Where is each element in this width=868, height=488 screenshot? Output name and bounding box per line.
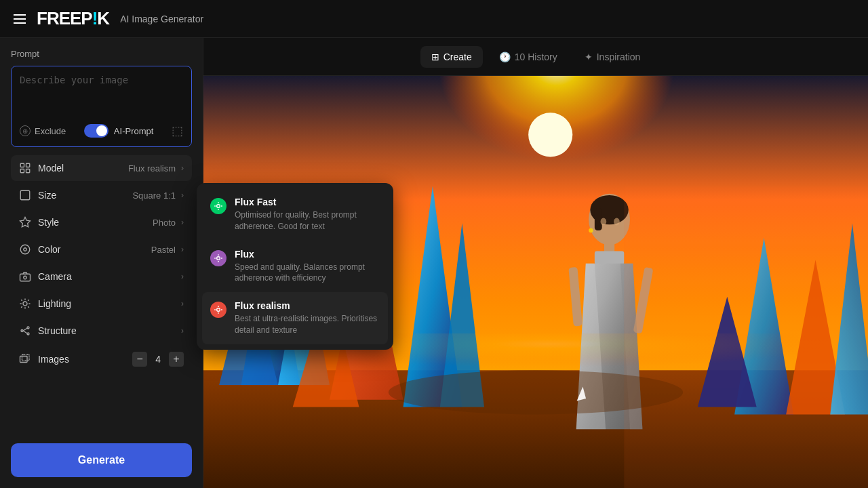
flux-content: Flux Speed and quality. Balances prompt … [235, 249, 380, 285]
camera-setting-row[interactable]: Camera › [11, 264, 192, 289]
svg-rect-25 [22, 354, 30, 361]
size-setting-left: Size [19, 189, 56, 201]
style-value: Photo [153, 218, 176, 228]
color-value-group: Pastel › [151, 245, 184, 255]
model-setting-row[interactable]: Model Flux realism › [11, 155, 192, 181]
color-setting-left: Color [19, 243, 60, 256]
flux-fast-title: Flux Fast [235, 197, 380, 207]
svg-point-28 [528, 113, 572, 157]
svg-line-18 [28, 300, 29, 301]
logo: FREEP!K [37, 8, 109, 29]
images-count: 4 [155, 354, 161, 365]
history-tab-label: 10 History [515, 52, 557, 62]
prompt-label: Prompt [11, 49, 192, 59]
dropdown-item-flux-realism[interactable]: Flux realism Best at ultra-realistic ima… [202, 292, 388, 344]
color-icon [19, 243, 31, 256]
generate-button[interactable]: Generate [11, 443, 192, 477]
lighting-value-group: › [181, 299, 184, 308]
flux-realism-desc: Best at ultra-realistic images. Prioriti… [235, 313, 380, 336]
svg-point-49 [601, 218, 607, 226]
hamburger-menu[interactable] [14, 14, 26, 24]
tab-create[interactable]: ⊞ Create [420, 46, 483, 68]
dropdown-item-flux[interactable]: Flux Speed and quality. Balances prompt … [202, 241, 388, 293]
prompt-actions: ⊕ Exclude AI-Prompt ⬚ [20, 123, 183, 138]
settings-list: Model Flux realism › Size Square 1:1 › [11, 155, 192, 435]
model-value-group: Flux realism › [128, 163, 184, 174]
camera-name: Camera [38, 271, 72, 282]
svg-point-59 [217, 308, 220, 312]
svg-rect-0 [20, 163, 24, 167]
structure-setting-row[interactable]: Structure › [11, 318, 192, 344]
camera-icon [19, 270, 31, 283]
svg-rect-4 [20, 190, 30, 200]
style-setting-left: Style [19, 216, 59, 228]
structure-setting-left: Structure [19, 325, 77, 337]
flux-realism-icon [210, 302, 226, 318]
size-setting-row[interactable]: Size Square 1:1 › [11, 182, 192, 208]
exclude-button[interactable]: ⊕ Exclude [20, 125, 66, 136]
images-name: Images [38, 354, 69, 365]
images-setting-left: Images [19, 353, 69, 365]
svg-rect-43 [595, 208, 602, 230]
tab-inspiration[interactable]: ✦ Inspiration [574, 46, 652, 68]
tab-history[interactable]: 🕐 10 History [488, 46, 568, 68]
flux-icon [210, 250, 226, 266]
prompt-input[interactable] [20, 75, 183, 115]
images-decrement-button[interactable]: − [132, 352, 147, 367]
svg-point-9 [24, 276, 27, 279]
color-value: Pastel [151, 245, 176, 255]
flux-title: Flux [235, 249, 380, 260]
lighting-setting-left: Lighting [19, 298, 71, 310]
structure-name: Structure [38, 325, 77, 336]
flux-fast-content: Flux Fast Optimised for quality. Best pr… [235, 197, 380, 232]
history-tab-icon: 🕐 [499, 52, 511, 62]
structure-chevron: › [181, 326, 184, 336]
sidebar: Prompt ⊕ Exclude AI-Prompt ⬚ [0, 38, 203, 488]
color-name: Color [38, 244, 60, 255]
svg-rect-2 [20, 169, 24, 173]
main-layout: Prompt ⊕ Exclude AI-Prompt ⬚ [0, 38, 868, 488]
lighting-setting-row[interactable]: Lighting › [11, 291, 192, 317]
camera-chevron: › [181, 272, 184, 281]
style-chevron: › [181, 218, 184, 227]
svg-point-21 [27, 333, 29, 335]
svg-line-17 [21, 306, 22, 308]
flux-realism-content: Flux realism Best at ultra-realistic ima… [235, 300, 380, 336]
model-chevron: › [181, 163, 184, 173]
model-value: Flux realism [128, 163, 176, 174]
flux-desc: Speed and quality. Balances prompt adher… [235, 262, 380, 285]
header: FREEP!K AI Image Generator [0, 0, 868, 38]
flux-fast-icon [210, 198, 226, 214]
dropdown-item-flux-fast[interactable]: Flux Fast Optimised for quality. Best pr… [202, 188, 388, 241]
structure-value-group: › [181, 326, 184, 336]
size-name: Size [38, 190, 56, 201]
prompt-box: ⊕ Exclude AI-Prompt ⬚ [11, 66, 192, 147]
camera-value-group: › [181, 272, 184, 281]
flux-realism-title: Flux realism [235, 300, 380, 311]
svg-point-50 [614, 218, 620, 226]
svg-line-22 [23, 328, 27, 331]
create-tab-label: Create [443, 52, 472, 62]
ai-prompt-toggle-group: AI-Prompt [84, 124, 154, 138]
svg-point-58 [217, 256, 220, 260]
svg-point-10 [23, 302, 27, 306]
ai-prompt-toggle[interactable] [84, 124, 108, 138]
style-setting-row[interactable]: Style Photo › [11, 209, 192, 235]
lighting-icon [19, 298, 31, 310]
model-name: Model [38, 163, 64, 174]
inspiration-tab-label: Inspiration [597, 52, 641, 62]
camera-upload-icon[interactable]: ⬚ [172, 123, 183, 138]
color-setting-row[interactable]: Color Pastel › [11, 237, 192, 262]
app-subtitle: AI Image Generator [120, 14, 203, 24]
model-icon [19, 162, 31, 174]
structure-icon [19, 325, 31, 337]
ai-prompt-label: AI-Prompt [114, 126, 154, 136]
svg-point-57 [217, 205, 220, 208]
svg-point-6 [20, 245, 30, 254]
svg-line-16 [28, 306, 29, 308]
size-value-group: Square 1:1 › [132, 190, 184, 201]
images-increment-button[interactable]: + [169, 352, 184, 367]
size-icon [19, 189, 31, 201]
exclude-icon: ⊕ [20, 125, 31, 136]
svg-rect-3 [26, 169, 30, 173]
